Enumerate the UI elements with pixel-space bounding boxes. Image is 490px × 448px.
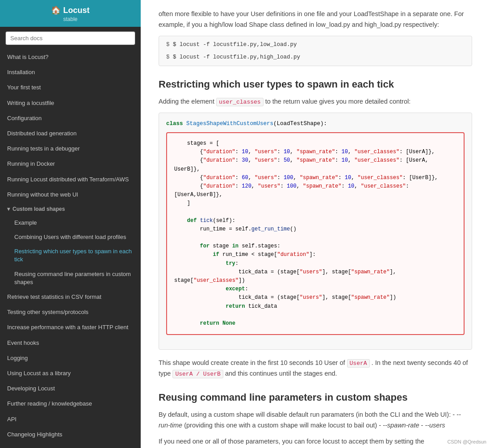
- sidebar-sub-reusing-cmd-params[interactable]: Reusing command line parameters in custo…: [0, 267, 141, 289]
- sidebar-item-using-locust-library[interactable]: Using Locust as a library: [0, 366, 141, 381]
- stage-1: {"duration": 10, "users": 10, "spawn_rat…: [174, 148, 456, 156]
- return-none: return None: [174, 319, 456, 328]
- sidebar-item-running-locust-terraform[interactable]: Running Locust distributed with Terrafor…: [0, 172, 141, 187]
- sidebar-sub-example[interactable]: Example: [0, 216, 141, 230]
- stage-4: {"duration": 120, "users": 100, "spawn_r…: [174, 182, 456, 199]
- sidebar-item-running-in-docker[interactable]: Running in Docker: [0, 156, 141, 172]
- sidebar-header: 🏠 Locust stable: [0, 0, 141, 27]
- sidebar-sub-combining-users[interactable]: Combining Users with different load prof…: [0, 230, 141, 244]
- sidebar-item-developing-locust[interactable]: Developing Locust: [0, 381, 141, 396]
- intro-paragraph: often more flexible to have your User de…: [159, 9, 472, 30]
- tick-data-try: tick_data = (stage["users"], stage["spaw…: [174, 268, 456, 285]
- user-classes-inline-code: user_classes: [216, 98, 264, 106]
- sidebar-logo[interactable]: 🏠 Locust: [7, 5, 134, 15]
- def-tick: def tick(self):: [174, 217, 456, 225]
- stage-3: {"duration": 60, "users": 100, "spawn_ra…: [174, 174, 456, 182]
- section1-intro: Adding the element user_classes to the r…: [159, 96, 472, 107]
- sidebar-item-further-reading[interactable]: Further reading / knowledgebase: [0, 396, 141, 411]
- stages-line: stages = [: [174, 139, 456, 148]
- search-input[interactable]: [5, 31, 135, 45]
- sidebar-item-event-hooks[interactable]: Event hooks: [0, 335, 141, 351]
- section-label: Custom load shapes: [13, 206, 65, 212]
- tick-data-except: tick_data = (stage["users"], stage["spaw…: [174, 293, 456, 302]
- sidebar-item-logging[interactable]: Logging: [0, 351, 141, 366]
- stages-close: ]: [174, 199, 456, 208]
- run-time-line: run_time = self.get_run_time(): [174, 225, 456, 234]
- section1-intro2: to the return value gives you more detai…: [265, 98, 411, 105]
- sidebar-version: stable: [7, 16, 134, 22]
- sidebar-item-running-tests-debugger[interactable]: Running tests in a debugger: [0, 141, 141, 156]
- usera-userb-inline-code: UserA / UserB: [172, 370, 223, 378]
- sidebar-item-writing-locustfile[interactable]: Writing a locustfile: [0, 96, 141, 111]
- section2-para1: By default, using a custom shape will di…: [159, 410, 472, 431]
- cmd-line-2: $ $ locust -f locustfile.py,high_load.py: [166, 54, 465, 60]
- section1-heading: Restricting which user types to spawn in…: [159, 79, 472, 90]
- highlighted-code-block: stages = [ {"duration": 10, "users": 10,…: [166, 132, 465, 335]
- sidebar-item-your-first-test[interactable]: Your first test: [0, 80, 141, 95]
- collapse-icon: ▾: [7, 206, 10, 212]
- search-container: [0, 27, 141, 50]
- sidebar-item-increase-performance[interactable]: Increase performance with a faster HTTP …: [0, 320, 141, 335]
- sidebar-item-what-is-locust[interactable]: What is Locust?: [0, 50, 141, 65]
- outer-code-block: class StagesShapeWithCustomUsers(LoadTes…: [159, 113, 472, 350]
- usera-inline-code: UserA: [347, 359, 370, 368]
- section2-heading: Reusing command line parameters in custo…: [159, 392, 472, 403]
- sidebar-item-installation[interactable]: Installation: [0, 65, 141, 80]
- section-custom-load-shapes[interactable]: ▾ Custom load shapes: [0, 202, 141, 216]
- sidebar-item-retrieve-stats[interactable]: Retrieve test statistics in CSV format: [0, 289, 141, 305]
- class-definition-line: class StagesShapeWithCustomUsers(LoadTes…: [166, 119, 465, 129]
- sidebar-sub-restricting-user-types[interactable]: Restricting which user types to spawn in…: [0, 244, 141, 267]
- sidebar-item-changelog[interactable]: Changelog Highlights: [0, 427, 141, 442]
- shape-description: This shape would create create in the fi…: [159, 358, 472, 379]
- shape-text-1: This shape would create create in the fi…: [159, 359, 345, 366]
- if-line: if run_time < stage["duration"]:: [174, 251, 456, 259]
- sidebar-item-running-without-web-ui[interactable]: Running without the web UI: [0, 187, 141, 202]
- return-tick-data: return tick_data: [174, 302, 456, 311]
- try-line: try:: [174, 260, 456, 268]
- stage-2: {"duration": 30, "users": 50, "spawn_rat…: [174, 156, 456, 173]
- for-loop: for stage in self.stages:: [174, 242, 456, 251]
- except-line: except:: [174, 285, 456, 293]
- watermark: CSDN @Qredsun: [447, 439, 486, 444]
- sidebar-item-distributed-load[interactable]: Distributed load generation: [0, 126, 141, 141]
- sidebar: 🏠 Locust stable What is Locust? Installa…: [0, 0, 141, 448]
- section2-para2: If you need one or all of those paramete…: [159, 436, 472, 448]
- cmd-line-1: $ $ locust -f locustfile.py,low_load.py: [166, 42, 465, 48]
- sidebar-item-configuration[interactable]: Configuration: [0, 111, 141, 126]
- shape-text-3: and this continues until the stages end.: [225, 370, 337, 377]
- sidebar-item-api[interactable]: API: [0, 412, 141, 427]
- section1-intro-text: Adding the element: [159, 98, 214, 105]
- main-content: often more flexible to have your User de…: [141, 0, 490, 448]
- command-block-1: $ $ locust -f locustfile.py,low_load.py …: [159, 36, 472, 66]
- sidebar-item-testing-other-systems[interactable]: Testing other systems/protocols: [0, 305, 141, 320]
